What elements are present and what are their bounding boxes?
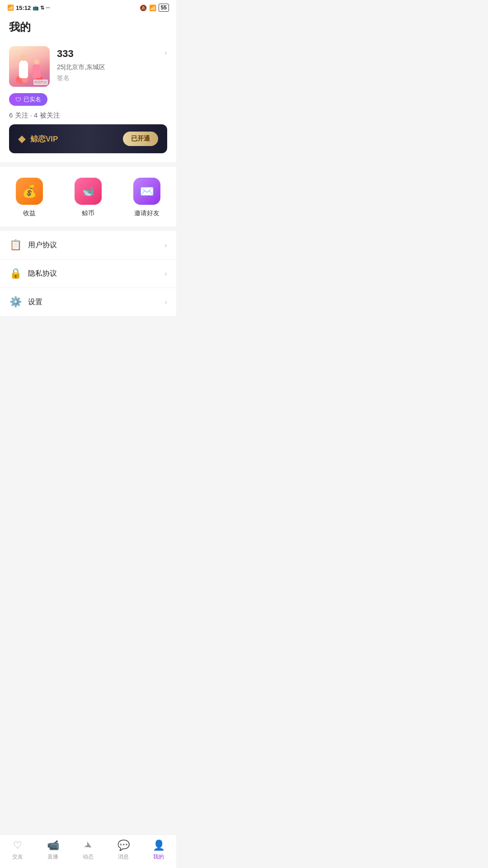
extra-icons: 📺 ⇅ ···: [33, 5, 50, 11]
follow-count: 6: [9, 111, 13, 119]
signal-icon: 📶: [7, 5, 14, 11]
settings-arrow: ›: [164, 297, 167, 307]
verified-badge[interactable]: 🛡 已实名: [9, 93, 47, 106]
whale-icon: 🐋: [82, 185, 94, 197]
action-income[interactable]: 💰 收益: [16, 178, 43, 217]
invite-icon-bg: ✉️: [133, 178, 160, 205]
status-bar: 📶 15:12 📺 ⇅ ··· 🔕 📶 55: [0, 0, 176, 14]
vip-name: 鲸恋VIP: [30, 134, 58, 144]
user-agreement-label: 用户协议: [28, 241, 158, 250]
menu-user-agreement[interactable]: 📋 用户协议 ›: [0, 231, 176, 259]
menu-privacy-policy[interactable]: 🔒 隐私协议 ›: [0, 259, 176, 288]
follow-label: 关注 ·: [15, 111, 34, 119]
lock-icon: 🔒: [9, 268, 22, 279]
vip-banner[interactable]: ◆ 鲸恋VIP 已开通: [9, 124, 167, 153]
vip-status-button[interactable]: 已开通: [123, 132, 158, 146]
profile-location: 25|北京市,东城区: [57, 63, 164, 71]
battery-icon: 55: [159, 4, 169, 12]
shield-icon: 🛡: [15, 96, 21, 103]
vip-left: ◆ 鲸恋VIP: [18, 133, 58, 145]
profile-edit-arrow[interactable]: ›: [164, 46, 167, 57]
whale-coin-label: 鲸币: [82, 209, 94, 217]
privacy-policy-arrow: ›: [164, 269, 167, 278]
menu-section: 📋 用户协议 › 🔒 隐私协议 › ⚙️ 设置 ›: [0, 231, 176, 316]
user-agreement-arrow: ›: [164, 241, 167, 250]
status-left: 📶 15:12 📺 ⇅ ···: [7, 5, 50, 11]
whale-coin-icon-bg: 🐋: [75, 178, 102, 205]
time-display: 15:12: [16, 5, 31, 11]
action-whale-coin[interactable]: 🐋 鲸币: [75, 178, 102, 217]
bell-icon: 🔕: [140, 5, 147, 11]
profile-info: 333 25|北京市,东城区 签名: [57, 46, 164, 82]
follow-stats: 6 关注 · 4 被关注: [9, 111, 167, 120]
profile-bio: 签名: [57, 74, 164, 82]
money-bag-icon: 💰: [22, 184, 37, 198]
profile-name: 333: [57, 48, 164, 60]
profile-section: 鲸恋约定 333 25|北京市,东城区 签名 › 🛡 已实名 6 关注 · 4 …: [0, 39, 176, 162]
gear-icon: ⚙️: [9, 296, 22, 308]
followed-count: 4: [34, 111, 38, 119]
menu-settings[interactable]: ⚙️ 设置 ›: [0, 288, 176, 316]
action-invite[interactable]: ✉️ 邀请好友: [133, 178, 160, 217]
income-icon: 💰: [16, 178, 43, 205]
income-label: 收益: [23, 209, 36, 217]
followed-label: 被关注: [40, 111, 60, 119]
avatar-qr: 鲸恋约定: [33, 80, 48, 85]
settings-label: 设置: [28, 297, 158, 307]
invite-label: 邀请好友: [134, 209, 160, 217]
envelope-icon: ✉️: [140, 184, 154, 198]
document-icon: 📋: [9, 239, 22, 251]
privacy-policy-label: 隐私协议: [28, 269, 158, 278]
verified-label: 已实名: [23, 95, 41, 104]
vip-diamond-icon: ◆: [18, 133, 26, 145]
wifi-icon: 📶: [149, 5, 156, 11]
page-title: 我的: [0, 14, 176, 39]
avatar[interactable]: 鲸恋约定: [9, 46, 50, 87]
quick-actions: 💰 收益 🐋 鲸币 ✉️ 邀请好友: [0, 167, 176, 226]
profile-row: 鲸恋约定 333 25|北京市,东城区 签名: [9, 46, 164, 87]
status-right: 🔕 📶 55: [140, 4, 169, 12]
